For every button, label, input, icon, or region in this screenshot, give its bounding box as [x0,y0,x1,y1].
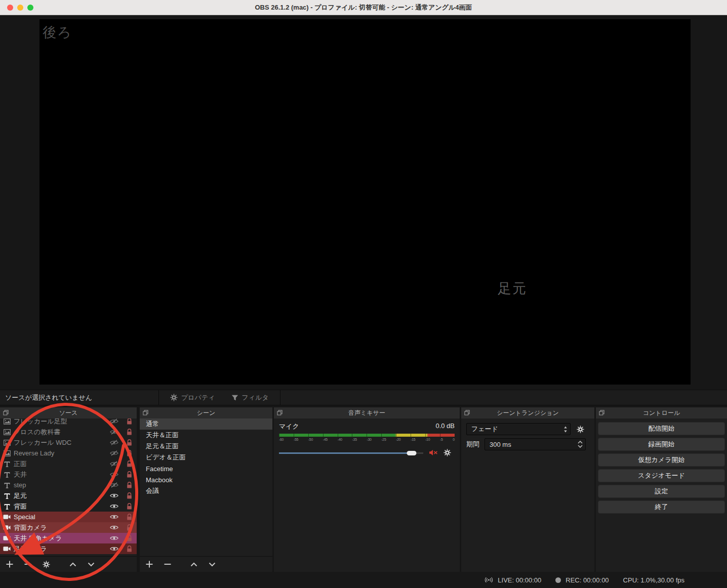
source-row[interactable]: フレッカール足型 [0,418,137,427]
source-properties-button[interactable] [43,561,50,568]
lock-toggle-icon[interactable] [126,450,133,456]
meter-tick-label: 0 [453,438,455,441]
controls-dock: コントロール 配信開始録画開始仮想カメラ開始スタジオモード設定終了 [596,407,727,572]
source-row[interactable]: 背面 [0,501,137,512]
source-row[interactable]: 背面カメラ [0,522,137,533]
preview-label-floor: 足元 [498,279,527,298]
source-name: 足元カメラ [14,544,106,554]
duration-decrease-button[interactable] [578,445,583,448]
source-row[interactable]: 足元 [0,490,137,501]
transitions-dock-header[interactable]: シーントランジション [461,407,594,418]
visibility-toggle-icon[interactable] [109,525,118,530]
scene-row[interactable]: 会議 [140,485,272,496]
mixer-gear-icon[interactable] [443,449,451,456]
statusbar: LIVE: 00:00:00 REC: 00:00:00 CPU: 1.0%,3… [0,572,727,588]
source-row[interactable]: Special [0,512,137,522]
lock-toggle-icon[interactable] [126,418,133,425]
control-button[interactable]: 設定 [598,485,725,498]
move-scene-up-button[interactable] [190,562,197,567]
add-source-button[interactable] [6,561,13,568]
filters-button[interactable]: フィルタ [231,393,269,402]
remove-source-button[interactable] [24,561,31,568]
visibility-toggle-icon[interactable] [109,493,118,498]
lock-toggle-icon[interactable] [126,524,133,531]
sources-dock-header[interactable]: ソース [0,407,137,418]
volume-slider-handle[interactable] [407,451,417,455]
source-type-icon [3,450,11,456]
dock-popout-icon [464,410,470,415]
source-type-icon [3,525,11,530]
lock-toggle-icon[interactable] [126,429,133,435]
remove-scene-button[interactable] [164,561,171,568]
control-button[interactable]: スタジオモード [598,469,725,482]
lock-toggle-icon[interactable] [126,514,133,520]
control-button[interactable]: 録画開始 [598,438,725,451]
duration-value: 300 ms [490,441,511,448]
lock-toggle-icon[interactable] [126,471,133,478]
source-name: Reverse Lady [14,449,106,457]
source-row[interactable]: Reverse Lady [0,448,137,458]
lock-toggle-icon[interactable] [126,503,133,510]
visibility-toggle-icon[interactable] [109,461,118,467]
lock-toggle-icon[interactable] [126,439,133,446]
lock-toggle-icon[interactable] [126,460,133,467]
source-row[interactable]: 正面 [0,458,137,469]
control-button[interactable]: 仮想カメラ開始 [598,453,725,467]
scene-row[interactable]: Facetime [140,463,272,474]
scenes-dock-header[interactable]: シーン [140,407,272,418]
move-scene-down-button[interactable] [209,562,216,567]
control-button[interactable]: 終了 [598,500,725,514]
scene-row[interactable]: 足元＆正面 [140,441,272,452]
transition-gear-icon[interactable] [577,426,584,433]
source-row[interactable]: 天井 [0,469,137,480]
scene-row[interactable]: ビデオ＆正面 [140,452,272,463]
volume-slider[interactable] [279,450,423,456]
sources-dock-title: ソース [59,409,78,417]
visibility-toggle-icon[interactable] [109,429,118,435]
source-row[interactable]: step [0,480,137,490]
lock-toggle-icon[interactable] [126,492,133,499]
visibility-toggle-icon[interactable] [109,450,118,456]
source-row[interactable]: 天井 広角カメラ [0,533,137,543]
scene-name: Macbook [146,476,173,484]
visibility-toggle-icon[interactable] [109,535,118,541]
duration-increase-button[interactable] [578,441,583,444]
visibility-toggle-icon[interactable] [109,482,118,488]
lock-toggle-icon[interactable] [126,535,133,541]
mixer-dock-header[interactable]: 音声ミキサー [274,407,460,418]
transition-select[interactable]: フェード [466,423,571,435]
scene-row[interactable]: Macbook [140,474,272,485]
source-name: クロスの教科書 [14,428,106,437]
titlebar: OBS 26.1.2 (mac) - プロファイル: 切替可能 - シーン: 通… [0,0,727,15]
source-type-icon [3,472,11,478]
scene-row[interactable]: 通常 [140,418,272,430]
speaker-mute-icon[interactable] [429,449,438,456]
minimize-button[interactable] [17,5,23,11]
move-source-up-button[interactable] [69,562,76,567]
visibility-toggle-icon[interactable] [109,440,118,445]
visibility-toggle-icon[interactable] [109,418,118,424]
visibility-toggle-icon[interactable] [109,546,118,552]
source-row[interactable]: 足元カメラ [0,543,137,554]
properties-button[interactable]: プロパティ [170,393,215,402]
source-name: フレッカール WDC [14,438,106,447]
visibility-toggle-icon[interactable] [109,503,118,509]
lock-toggle-icon[interactable] [126,545,133,552]
close-button[interactable] [7,5,13,11]
lock-toggle-icon[interactable] [126,482,133,488]
preview-canvas[interactable]: 後ろ 足元 [39,19,691,385]
visibility-toggle-icon[interactable] [109,514,118,520]
control-button[interactable]: 配信開始 [598,422,725,435]
no-source-selected-text: ソースが選択されていません [5,393,92,402]
meter-tick-label: -40 [338,438,342,441]
source-row[interactable]: フレッカール WDC [0,437,137,448]
visibility-toggle-icon[interactable] [109,472,118,477]
add-scene-button[interactable] [146,561,153,568]
move-source-down-button[interactable] [88,562,95,567]
source-row[interactable]: クロスの教科書 [0,427,137,437]
source-name: フレッカール足型 [14,418,106,426]
zoom-button[interactable] [27,5,33,11]
duration-spinbox[interactable]: 300 ms [484,438,586,450]
scene-row[interactable]: 天井＆正面 [140,430,272,441]
controls-dock-header[interactable]: コントロール [596,407,727,418]
